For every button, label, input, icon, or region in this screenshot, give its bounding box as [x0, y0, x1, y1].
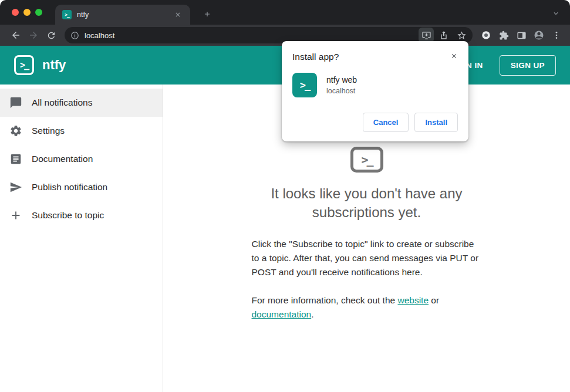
pinned-extension-icon[interactable] [477, 26, 495, 44]
cancel-button[interactable]: Cancel [363, 113, 409, 132]
reload-button[interactable] [42, 26, 60, 44]
tab-close-icon[interactable] [173, 9, 183, 20]
titlebar: >_ ntfy [0, 0, 570, 25]
ntfy-logo-icon[interactable]: >_ [14, 55, 34, 75]
tab-title: ntfy [77, 11, 173, 19]
gear-icon [9, 124, 22, 137]
site-info-icon[interactable] [70, 31, 79, 40]
sidebar-item-publish-notification[interactable]: Publish notification [0, 173, 163, 201]
empty-state-body: Click the "Subscribe to topic" link to c… [252, 237, 482, 322]
more-info-middle: or [429, 295, 439, 305]
ntfy-app-icon: >_ [292, 73, 317, 97]
install-app-dialog: Install app? >_ ntfy web localhost Cance… [282, 41, 468, 141]
empty-state-paragraph: Click the "Subscribe to topic" link to c… [252, 237, 482, 279]
dialog-app-row: >_ ntfy web localhost [292, 73, 458, 97]
menu-kebab-icon[interactable] [548, 26, 565, 44]
extensions-puzzle-icon[interactable] [495, 26, 512, 44]
dialog-app-name: ntfy web [326, 75, 357, 85]
more-info-paragraph: For more information, check out the webs… [252, 293, 482, 322]
ntfy-favicon-icon: >_ [62, 10, 72, 19]
sidebar-item-label: Subscribe to topic [32, 210, 104, 221]
send-icon [9, 181, 22, 194]
more-info-prefix: For more information, check out the [252, 295, 398, 305]
documentation-link[interactable]: documentation [252, 309, 312, 319]
sidebar-item-label: Settings [32, 126, 65, 136]
tab-search-chevron-icon[interactable] [549, 6, 563, 21]
brand-name: ntfy [42, 58, 66, 73]
back-button[interactable] [7, 26, 25, 44]
dialog-app-origin: localhost [326, 87, 357, 95]
url-text[interactable]: localhost [85, 31, 416, 40]
plus-icon [9, 209, 22, 222]
new-tab-button[interactable] [200, 6, 215, 22]
sidebar-item-documentation[interactable]: Documentation [0, 145, 163, 173]
sidebar-item-all-notifications[interactable]: All notifications [0, 89, 163, 117]
window-controls [12, 9, 42, 16]
chat-icon [9, 96, 22, 109]
sign-up-button[interactable]: SIGN UP [500, 55, 556, 76]
close-window-button[interactable] [12, 9, 19, 16]
empty-state-heading: It looks like you don't have any subscri… [249, 184, 484, 222]
sidebar: All notifications Settings Documentation… [0, 85, 163, 392]
minimize-window-button[interactable] [23, 9, 31, 16]
article-icon [9, 153, 22, 165]
sidebar-item-label: Documentation [32, 154, 93, 164]
sidebar-item-subscribe-to-topic[interactable]: Subscribe to topic [0, 201, 163, 229]
browser-tab[interactable]: >_ ntfy [55, 5, 190, 25]
sidebar-item-label: Publish notification [32, 182, 107, 192]
website-link[interactable]: website [397, 295, 429, 305]
dialog-close-icon[interactable] [447, 49, 460, 62]
sidebar-item-settings[interactable]: Settings [0, 117, 163, 145]
forward-button[interactable] [25, 26, 42, 44]
dialog-title: Install app? [292, 52, 458, 62]
fullscreen-window-button[interactable] [35, 9, 42, 16]
sidebar-item-label: All notifications [32, 97, 92, 108]
side-panel-icon[interactable] [512, 26, 530, 44]
profile-avatar[interactable] [530, 26, 548, 44]
more-info-suffix: . [311, 309, 313, 319]
ntfy-terminal-icon: >_ [350, 147, 383, 173]
install-button[interactable]: Install [414, 113, 458, 132]
browser-window: >_ ntfy localhost [0, 0, 570, 392]
